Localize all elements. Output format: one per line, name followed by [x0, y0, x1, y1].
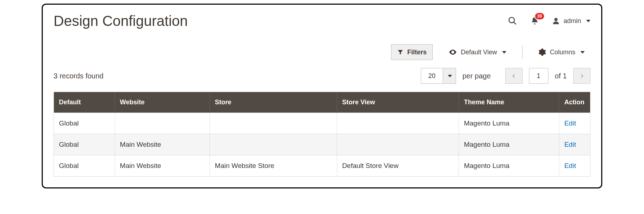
- next-page-button[interactable]: [573, 68, 590, 84]
- search-icon: [508, 16, 517, 26]
- of-pages-label: of 1: [555, 72, 567, 80]
- topbar: Design Configuration 39 admin: [54, 5, 590, 37]
- user-menu[interactable]: admin: [552, 17, 590, 25]
- col-header-website[interactable]: Website: [115, 92, 210, 113]
- cell-action: Edit: [559, 155, 590, 176]
- edit-link[interactable]: Edit: [564, 162, 576, 169]
- chevron-right-icon: [579, 73, 584, 78]
- cell-store: [210, 134, 337, 155]
- page-size-dropdown[interactable]: [443, 68, 456, 83]
- cell-default: Global: [54, 134, 115, 155]
- page-title: Design Configuration: [54, 13, 507, 29]
- current-page-input[interactable]: 1: [529, 68, 548, 84]
- cell-action: Edit: [559, 113, 590, 134]
- cell-theme-name: Magento Luma: [459, 113, 559, 134]
- view-label: Default View: [461, 49, 497, 56]
- cell-store: Main Website Store: [210, 155, 337, 176]
- eye-icon: [448, 48, 457, 56]
- page-size-value: 20: [421, 68, 443, 83]
- svg-point-3: [452, 51, 454, 53]
- user-icon: [552, 17, 560, 25]
- cell-website: Main Website: [115, 155, 210, 176]
- table-row: GlobalMain WebsiteMagento LumaEdit: [54, 134, 590, 155]
- page-frame: Design Configuration 39 admin Filters De…: [42, 4, 602, 188]
- chevron-down-icon: [586, 20, 590, 22]
- per-page-label: per page: [463, 72, 491, 80]
- table-row: GlobalMagento LumaEdit: [54, 113, 590, 134]
- columns-button[interactable]: Columns: [533, 44, 590, 60]
- design-config-grid: Default Website Store Store View Theme N…: [54, 92, 590, 177]
- cell-theme-name: Magento Luma: [459, 155, 559, 176]
- records-found-label: 3 records found: [54, 72, 421, 80]
- chevron-down-icon: [580, 51, 585, 54]
- col-header-action: Action: [559, 92, 590, 113]
- view-switcher[interactable]: Default View: [443, 44, 512, 60]
- username-label: admin: [564, 17, 581, 25]
- funnel-icon: [397, 49, 404, 55]
- table-row: GlobalMain WebsiteMain Website StoreDefa…: [54, 155, 590, 176]
- cell-website: Main Website: [115, 134, 210, 155]
- grid-header-row: Default Website Store Store View Theme N…: [54, 92, 590, 113]
- toolbar-divider: [522, 45, 523, 59]
- cell-store: [210, 113, 337, 134]
- edit-link[interactable]: Edit: [564, 141, 576, 148]
- svg-line-1: [514, 22, 516, 24]
- col-header-default[interactable]: Default: [54, 92, 115, 113]
- search-button[interactable]: [507, 16, 518, 26]
- cell-action: Edit: [559, 134, 590, 155]
- cell-website: [115, 113, 210, 134]
- page-size-selector[interactable]: 20: [421, 68, 456, 84]
- svg-point-0: [509, 17, 514, 23]
- topbar-actions: 39 admin: [507, 16, 590, 26]
- col-header-store-view[interactable]: Store View: [337, 92, 459, 113]
- cell-store-view: Default Store View: [337, 155, 459, 176]
- prev-page-button[interactable]: [505, 68, 523, 84]
- pager-group: 20 per page 1 of 1: [421, 68, 590, 84]
- cell-store-view: [337, 134, 459, 155]
- columns-label: Columns: [550, 49, 575, 56]
- edit-link[interactable]: Edit: [564, 119, 576, 127]
- chevron-down-icon: [502, 51, 506, 54]
- notifications-button[interactable]: 39: [530, 16, 540, 26]
- chevron-down-icon: [448, 75, 452, 77]
- svg-point-2: [554, 18, 557, 21]
- filters-label: Filters: [407, 49, 427, 56]
- records-row: 3 records found 20 per page 1 of 1: [54, 68, 590, 84]
- filters-button[interactable]: Filters: [391, 44, 433, 60]
- cell-default: Global: [54, 113, 115, 134]
- cell-theme-name: Magento Luma: [459, 134, 559, 155]
- col-header-theme-name[interactable]: Theme Name: [459, 92, 559, 113]
- col-header-store[interactable]: Store: [210, 92, 337, 113]
- chevron-left-icon: [511, 73, 516, 78]
- grid-body: GlobalMagento LumaEditGlobalMain Website…: [54, 113, 590, 176]
- gear-icon: [538, 48, 546, 56]
- notifications-badge: 39: [534, 12, 545, 20]
- grid-toolbar: Filters Default View Columns: [54, 44, 590, 60]
- cell-default: Global: [54, 155, 115, 176]
- cell-store-view: [337, 113, 459, 134]
